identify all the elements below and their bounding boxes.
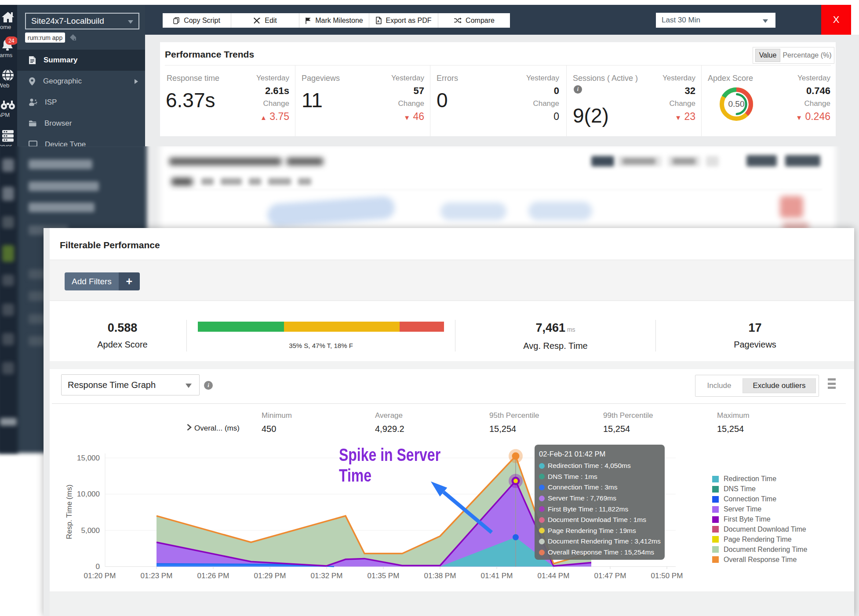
svg-text:A: A bbox=[377, 20, 379, 23]
svg-text:0: 0 bbox=[96, 562, 100, 571]
svg-text:01:35 PM: 01:35 PM bbox=[368, 572, 400, 580]
svg-text:10,000: 10,000 bbox=[77, 490, 100, 498]
svg-text:01:38 PM: 01:38 PM bbox=[424, 572, 456, 580]
svg-text:01:26 PM: 01:26 PM bbox=[197, 572, 229, 580]
svg-text:01:32 PM: 01:32 PM bbox=[311, 572, 343, 580]
svg-text:01:47 PM: 01:47 PM bbox=[594, 572, 626, 580]
svg-text:15,000: 15,000 bbox=[77, 454, 100, 462]
svg-text:Resp. Time (ms): Resp. Time (ms) bbox=[65, 485, 73, 540]
svg-text:01:20 PM: 01:20 PM bbox=[84, 572, 116, 580]
svg-text:01:44 PM: 01:44 PM bbox=[538, 572, 570, 580]
svg-text:01:50 PM: 01:50 PM bbox=[651, 572, 683, 580]
svg-text:5,000: 5,000 bbox=[81, 526, 100, 535]
svg-text:01:23 PM: 01:23 PM bbox=[141, 572, 173, 580]
svg-text:01:29 PM: 01:29 PM bbox=[254, 572, 286, 580]
svg-text:01:41 PM: 01:41 PM bbox=[481, 572, 513, 580]
